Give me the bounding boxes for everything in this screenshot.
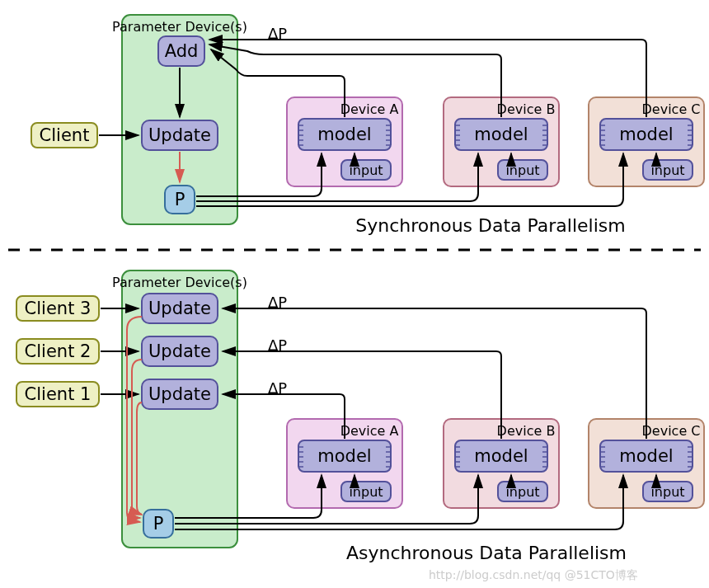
svg-text:Device C: Device C bbox=[642, 423, 701, 439]
model-b-label: model bbox=[474, 125, 528, 144]
input-a-label: input bbox=[349, 162, 383, 178]
svg-text:Device A: Device A bbox=[340, 423, 399, 439]
arrow-c-add bbox=[209, 40, 646, 117]
svg-text:input: input bbox=[650, 484, 684, 500]
device-c-label: Device C bbox=[642, 101, 701, 117]
svg-text:model: model bbox=[317, 446, 371, 466]
device-b-label: Device B bbox=[497, 101, 556, 117]
add-label: Add bbox=[165, 41, 199, 61]
svg-text:input: input bbox=[505, 484, 539, 500]
client-label: Client bbox=[40, 125, 90, 145]
device-a-label: Device A bbox=[340, 101, 399, 117]
input-b-label: input bbox=[505, 162, 539, 178]
update-label: Update bbox=[148, 125, 211, 145]
client3-label: Client 3 bbox=[25, 299, 92, 318]
svg-text:model: model bbox=[474, 446, 528, 466]
client1-label: Client 1 bbox=[25, 384, 92, 404]
sync-diagram: Parameter Device(s) Add Update P Client … bbox=[31, 15, 704, 236]
param-device-label: Parameter Device(s) bbox=[112, 19, 247, 35]
diagram-root: Parameter Device(s) Add Update P Client … bbox=[0, 0, 709, 588]
update2-label: Update bbox=[148, 341, 211, 361]
model-c-label: model bbox=[619, 125, 673, 144]
arrow-c-u3 bbox=[223, 308, 646, 439]
async-title: Asynchronous Data Parallelism bbox=[346, 543, 627, 563]
p-label: P bbox=[175, 190, 185, 209]
svg-text:input: input bbox=[349, 484, 383, 500]
model-a-label: model bbox=[317, 125, 371, 144]
svg-text:Device B: Device B bbox=[497, 423, 556, 439]
sync-title: Synchronous Data Parallelism bbox=[355, 215, 625, 236]
client2-label: Client 2 bbox=[25, 341, 92, 361]
input-c-label: input bbox=[650, 162, 684, 178]
watermark: http://blog.csdn.net/qq @51CTO博客 bbox=[429, 568, 638, 581]
svg-text:model: model bbox=[619, 446, 673, 466]
async-diagram: Parameter Device(s) Update Update Update… bbox=[16, 270, 704, 563]
update1-label: Update bbox=[148, 384, 211, 404]
param-device-label-2: Parameter Device(s) bbox=[112, 275, 247, 290]
update3-label: Update bbox=[148, 299, 211, 318]
p-label-2: P bbox=[153, 514, 164, 534]
